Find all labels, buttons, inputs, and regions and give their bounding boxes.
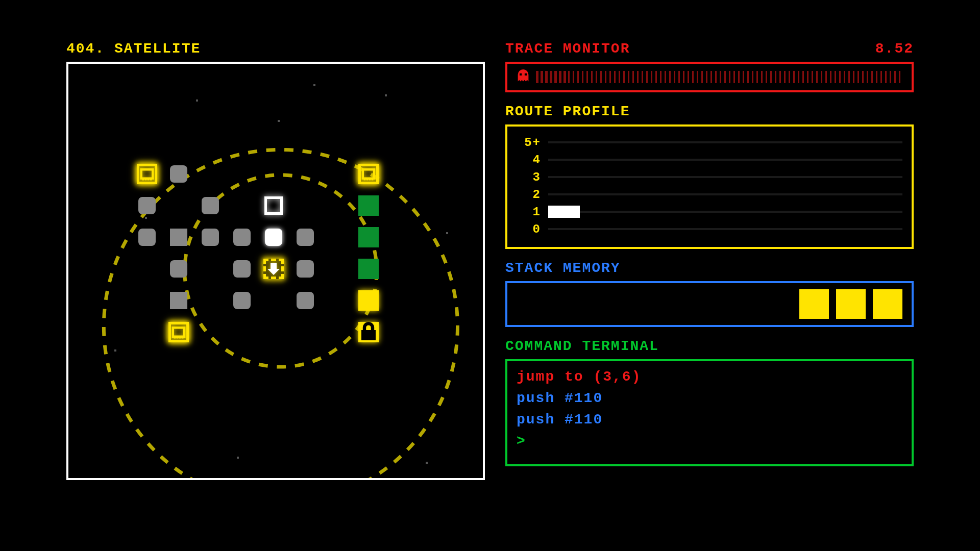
- grid-cell[interactable]: [357, 194, 380, 217]
- route-row: 1: [517, 203, 902, 220]
- route-bar: [548, 228, 902, 230]
- grid-cell[interactable]: [231, 289, 253, 312]
- route-panel: 5+43210: [505, 124, 914, 249]
- route-label: 1: [517, 205, 541, 219]
- player-token[interactable]: [262, 258, 285, 280]
- route-row: 3: [517, 168, 902, 186]
- svg-rect-11: [525, 73, 527, 75]
- chip-token[interactable]: [167, 321, 190, 343]
- trace-title: TRACE MONITOR: [505, 41, 630, 57]
- grid-cell[interactable]: [167, 289, 190, 312]
- grid-cell[interactable]: [231, 226, 253, 248]
- route-profile: ROUTE PROFILE 5+43210: [505, 104, 914, 249]
- route-row: 0: [517, 220, 902, 238]
- route-label: 5+: [517, 136, 541, 149]
- stack-chip: [799, 289, 829, 319]
- trace-value: 8.52: [875, 41, 914, 57]
- stack-title: STACK MEMORY: [505, 260, 914, 276]
- route-row: 2: [517, 186, 902, 203]
- route-label: 2: [517, 188, 541, 202]
- level-map[interactable]: 3: [66, 62, 485, 480]
- grid-cell[interactable]: [199, 194, 222, 217]
- route-row: 5+: [517, 134, 902, 151]
- grid-cell[interactable]: [262, 194, 285, 217]
- link-icon[interactable]: [262, 321, 285, 343]
- route-bar: [548, 141, 902, 143]
- trace-waveform: [536, 71, 902, 83]
- command-terminal[interactable]: COMMAND TERMINAL jump to (3,6)push #110p…: [505, 338, 914, 466]
- grid-cell[interactable]: [136, 226, 158, 248]
- trace-panel: [505, 62, 914, 92]
- chip-token[interactable]: [357, 163, 380, 185]
- stack-chip: [873, 289, 902, 319]
- svg-rect-2: [141, 169, 153, 179]
- terminal-title: COMMAND TERMINAL: [505, 338, 914, 354]
- grid-cell[interactable]: [262, 226, 285, 248]
- grid-cell[interactable]: [357, 258, 380, 280]
- svg-rect-10: [520, 73, 522, 75]
- route-bar: [548, 211, 902, 213]
- trace-monitor: TRACE MONITOR 8.52: [505, 41, 914, 92]
- terminal-line: push #110: [517, 388, 902, 409]
- svg-rect-9: [361, 330, 376, 340]
- grid-cell[interactable]: [294, 226, 316, 248]
- stack-panel: [505, 281, 914, 327]
- lock-token[interactable]: [357, 321, 380, 343]
- route-label: 3: [517, 170, 541, 184]
- chip-token[interactable]: [136, 163, 158, 185]
- grid-cell[interactable]: [136, 194, 158, 217]
- grid-cell[interactable]: [167, 226, 190, 248]
- ghost-icon: [517, 69, 530, 85]
- grid-cell[interactable]: [357, 226, 380, 248]
- route-row: 4: [517, 151, 902, 168]
- grid-cell[interactable]: [294, 289, 316, 312]
- route-bar: [548, 193, 902, 195]
- terminal-panel[interactable]: jump to (3,6)push #110push #110>: [505, 359, 914, 466]
- terminal-line: push #110: [517, 409, 902, 431]
- grid-cell[interactable]: [167, 258, 190, 280]
- stack-memory: STACK MEMORY: [505, 260, 914, 327]
- grid-cell[interactable]: [231, 258, 253, 280]
- grid-cell[interactable]: [167, 163, 190, 185]
- route-title: ROUTE PROFILE: [505, 104, 914, 119]
- grid-cell[interactable]: [294, 258, 316, 280]
- route-label: 0: [517, 222, 541, 236]
- route-label: 4: [517, 153, 541, 167]
- svg-rect-5: [173, 328, 185, 337]
- route-bar: [548, 159, 902, 161]
- stack-chip: [836, 289, 866, 319]
- grid-cell[interactable]: [199, 226, 222, 248]
- terminal-line: jump to (3,6): [517, 366, 902, 388]
- ghost-icon[interactable]: [199, 163, 222, 185]
- svg-rect-8: [363, 169, 375, 179]
- terminal-line: >: [517, 431, 902, 452]
- link-icon[interactable]: [199, 258, 222, 280]
- level-title: 404. SATELLITE: [66, 41, 485, 57]
- route-bar: [548, 176, 902, 178]
- number-token[interactable]: 3: [357, 289, 380, 312]
